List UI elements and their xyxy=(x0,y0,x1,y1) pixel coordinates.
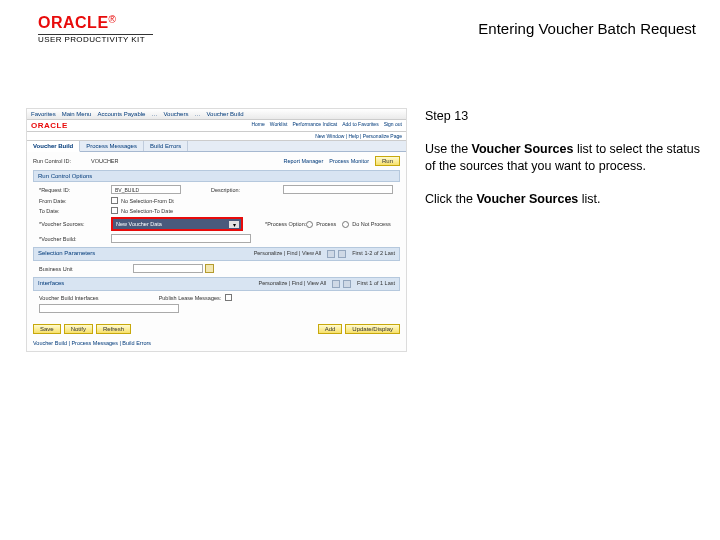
process-radio[interactable] xyxy=(306,221,313,228)
link-worklist[interactable]: Worklist xyxy=(270,121,288,130)
to-date-check[interactable] xyxy=(111,207,118,214)
do-not-process-radio-label: Do Not Process xyxy=(352,221,391,227)
grid-icon[interactable] xyxy=(338,250,346,258)
crumb: Accounts Payable xyxy=(97,111,145,117)
chevron-down-icon[interactable]: ▾ xyxy=(229,221,239,228)
voucher-build-label: *Voucher Build: xyxy=(39,236,111,242)
oracle-logo: ORACLE® USER PRODUCTIVITY KIT xyxy=(38,14,153,44)
logo-dot: ® xyxy=(109,14,116,25)
grid2-nav[interactable]: First 1 of 1 Last xyxy=(357,280,395,288)
tab-strip: Voucher Build Process Messages Build Err… xyxy=(27,141,406,152)
process-radio-label: Process xyxy=(316,221,336,227)
run-control-label: Run Control ID: xyxy=(33,158,91,164)
tab-process-messages[interactable]: Process Messages xyxy=(80,141,144,151)
grid2-title: Interfaces xyxy=(38,280,64,288)
form-body: Run Control ID: VOUCHER Report Manager P… xyxy=(27,152,406,320)
grid1-title: Selection Parameters xyxy=(38,250,95,258)
to-date-option: No Selection-To Date xyxy=(121,208,173,214)
oracle-bar: ORACLE Home Worklist Performance Indicat… xyxy=(27,120,406,132)
oracle-logo-subtitle: USER PRODUCTIVITY KIT xyxy=(38,34,153,45)
instruction-para-1: Use the Voucher Sources list to select t… xyxy=(425,141,702,175)
text: list. xyxy=(578,192,600,206)
run-button[interactable]: Run xyxy=(375,156,400,166)
grid1-nav[interactable]: First 1-2 of 2 Last xyxy=(352,250,395,258)
notify-button[interactable]: Notify xyxy=(64,324,93,334)
step-label: Step 13 xyxy=(425,108,702,125)
page-title: Entering Voucher Batch Request xyxy=(478,14,702,37)
grid2-meta[interactable]: Personalize | Find | View All xyxy=(259,280,327,288)
lookup-icon[interactable] xyxy=(205,264,214,273)
footer-tab-links[interactable]: Voucher Build | Process Messages | Build… xyxy=(27,338,406,351)
grid2-nav-icons xyxy=(332,280,351,288)
bold-term: Voucher Sources xyxy=(472,142,574,156)
voucher-sources-highlight: New Voucher Data ▾ xyxy=(111,217,243,231)
slide-header: ORACLE® USER PRODUCTIVITY KIT Entering V… xyxy=(0,0,720,50)
grid1-nav-icons xyxy=(327,250,346,258)
text: Use the xyxy=(425,142,472,156)
instruction-para-2: Click the Voucher Sources list. xyxy=(425,191,702,208)
from-date-row: From Date: No Selection-From Dt xyxy=(39,197,400,204)
add-button[interactable]: Add xyxy=(318,324,343,334)
tab-voucher-build[interactable]: Voucher Build xyxy=(27,141,80,152)
from-date-label: From Date: xyxy=(39,198,111,204)
oracle-mini-logo: ORACLE xyxy=(31,121,68,130)
text: Click the xyxy=(425,192,476,206)
breadcrumb: Favorites Main Menu Accounts Payable … V… xyxy=(27,109,406,120)
instruction-pane: Step 13 Use the Voucher Sources list to … xyxy=(421,108,702,352)
save-button[interactable]: Save xyxy=(33,324,61,334)
crumb: Vouchers xyxy=(163,111,188,117)
link-fav[interactable]: Add to Favorites xyxy=(342,121,378,130)
grid-icon[interactable] xyxy=(327,250,335,258)
crumb: Voucher Build xyxy=(206,111,243,117)
business-unit-row: Business Unit xyxy=(33,264,400,273)
options-form: *Request ID: BV_BUILD Description: From … xyxy=(33,185,400,243)
oracle-links: Home Worklist Performance Indicat Add to… xyxy=(251,121,402,130)
voucher-build-row: *Voucher Build: xyxy=(39,234,400,243)
description-field[interactable] xyxy=(283,185,393,194)
crumb: Favorites xyxy=(31,111,56,117)
update-display-button[interactable]: Update/Display xyxy=(345,324,400,334)
publish-lease-check[interactable] xyxy=(225,294,232,301)
app-screenshot: Favorites Main Menu Accounts Payable … V… xyxy=(26,108,407,352)
screenshot-pane: Favorites Main Menu Accounts Payable … V… xyxy=(26,108,421,352)
process-option-label: *Process Option: xyxy=(265,221,306,227)
crumb: Main Menu xyxy=(62,111,92,117)
business-unit-field[interactable] xyxy=(133,264,203,273)
grid1-meta[interactable]: Personalize | Find | View All xyxy=(254,250,322,258)
voucher-sources-value: New Voucher Data xyxy=(116,221,162,227)
grid-icon[interactable] xyxy=(332,280,340,288)
description-label: Description: xyxy=(211,187,283,193)
crumb: … xyxy=(194,111,200,117)
voucher-sources-list[interactable]: New Voucher Data ▾ xyxy=(113,219,241,229)
report-manager-link[interactable]: Report Manager xyxy=(283,158,323,164)
interfaces-field-row xyxy=(33,304,400,313)
footer-buttons: Save Notify Refresh Add Update/Display xyxy=(27,320,406,338)
section-selection-params: Selection Parameters Personalize | Find … xyxy=(33,247,400,261)
section-interfaces: Interfaces Personalize | Find | View All… xyxy=(33,277,400,291)
do-not-process-radio[interactable] xyxy=(342,221,349,228)
to-date-label: To Date: xyxy=(39,208,111,214)
bold-term: Voucher Sources xyxy=(476,192,578,206)
request-id-row: *Request ID: BV_BUILD Description: xyxy=(39,185,400,194)
link-home[interactable]: Home xyxy=(251,121,264,130)
voucher-build-field[interactable] xyxy=(111,234,251,243)
interfaces-field[interactable] xyxy=(39,304,179,313)
content-area: Favorites Main Menu Accounts Payable … V… xyxy=(0,108,720,352)
publish-lease-label: Publish Lease Messages: xyxy=(159,295,222,301)
refresh-button[interactable]: Refresh xyxy=(96,324,131,334)
section-run-control-options: Run Control Options xyxy=(33,170,400,182)
grid-icon[interactable] xyxy=(343,280,351,288)
window-links[interactable]: New Window | Help | Personalize Page xyxy=(27,132,406,141)
oracle-logo-text: ORACLE xyxy=(38,14,109,31)
run-control-value: VOUCHER xyxy=(91,158,119,164)
tab-build-errors[interactable]: Build Errors xyxy=(144,141,188,151)
request-id-value: BV_BUILD xyxy=(115,187,139,193)
to-date-row: To Date: No Selection-To Date xyxy=(39,207,400,214)
from-date-check[interactable] xyxy=(111,197,118,204)
link-perf[interactable]: Performance Indicat xyxy=(292,121,337,130)
process-monitor-link[interactable]: Process Monitor xyxy=(329,158,369,164)
link-signout[interactable]: Sign out xyxy=(384,121,402,130)
interfaces-label: Voucher Build Interfaces xyxy=(39,295,99,301)
crumb: … xyxy=(151,111,157,117)
from-date-option: No Selection-From Dt xyxy=(121,198,174,204)
